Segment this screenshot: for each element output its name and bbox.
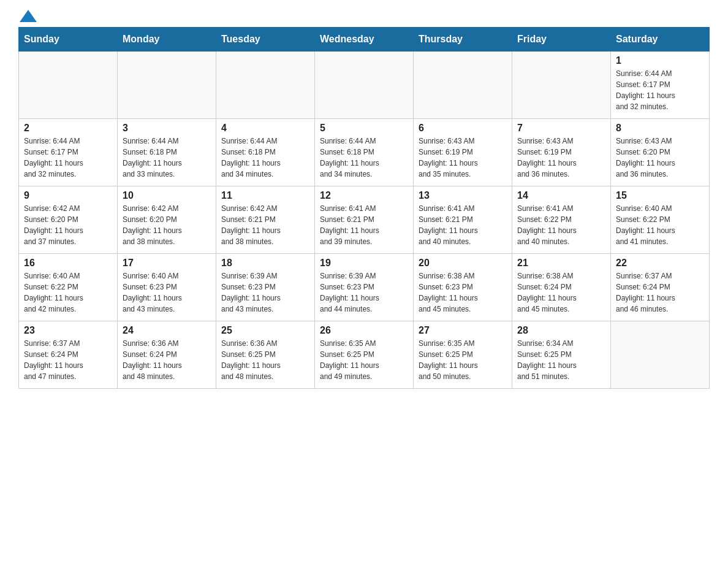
calendar-cell: 7Sunrise: 6:43 AM Sunset: 6:19 PM Daylig… bbox=[512, 119, 611, 186]
calendar-table: SundayMondayTuesdayWednesdayThursdayFrid… bbox=[18, 27, 710, 389]
calendar-cell: 14Sunrise: 6:41 AM Sunset: 6:22 PM Dayli… bbox=[512, 186, 611, 254]
calendar-cell: 2Sunrise: 6:44 AM Sunset: 6:17 PM Daylig… bbox=[19, 119, 118, 186]
calendar-cell: 24Sunrise: 6:36 AM Sunset: 6:24 PM Dayli… bbox=[118, 321, 216, 389]
day-info: Sunrise: 6:37 AM Sunset: 6:24 PM Dayligh… bbox=[24, 338, 112, 382]
day-number: 26 bbox=[320, 325, 408, 336]
calendar-week-row: 16Sunrise: 6:40 AM Sunset: 6:22 PM Dayli… bbox=[19, 254, 710, 321]
day-info: Sunrise: 6:41 AM Sunset: 6:21 PM Dayligh… bbox=[419, 203, 507, 247]
weekday-header-tuesday: Tuesday bbox=[216, 28, 315, 52]
logo bbox=[18, 12, 37, 21]
weekday-header-row: SundayMondayTuesdayWednesdayThursdayFrid… bbox=[19, 28, 710, 52]
day-info: Sunrise: 6:39 AM Sunset: 6:23 PM Dayligh… bbox=[221, 270, 309, 315]
day-number: 9 bbox=[24, 190, 112, 201]
calendar-week-row: 9Sunrise: 6:42 AM Sunset: 6:20 PM Daylig… bbox=[19, 186, 710, 254]
calendar-cell: 10Sunrise: 6:42 AM Sunset: 6:20 PM Dayli… bbox=[118, 186, 216, 254]
day-number: 12 bbox=[320, 190, 408, 201]
calendar-header: SundayMondayTuesdayWednesdayThursdayFrid… bbox=[19, 28, 710, 52]
day-info: Sunrise: 6:43 AM Sunset: 6:20 PM Dayligh… bbox=[616, 136, 704, 180]
day-info: Sunrise: 6:37 AM Sunset: 6:24 PM Dayligh… bbox=[616, 270, 704, 315]
day-number: 27 bbox=[419, 325, 507, 336]
day-number: 3 bbox=[123, 123, 211, 134]
day-info: Sunrise: 6:44 AM Sunset: 6:17 PM Dayligh… bbox=[616, 68, 704, 112]
day-info: Sunrise: 6:44 AM Sunset: 6:17 PM Dayligh… bbox=[24, 136, 112, 180]
day-number: 23 bbox=[24, 325, 112, 336]
calendar-cell: 13Sunrise: 6:41 AM Sunset: 6:21 PM Dayli… bbox=[414, 186, 512, 254]
day-info: Sunrise: 6:42 AM Sunset: 6:20 PM Dayligh… bbox=[123, 203, 211, 247]
day-number: 1 bbox=[616, 55, 704, 66]
day-number: 13 bbox=[419, 190, 507, 201]
calendar-cell: 19Sunrise: 6:39 AM Sunset: 6:23 PM Dayli… bbox=[315, 254, 414, 321]
weekday-header-sunday: Sunday bbox=[19, 28, 118, 52]
day-info: Sunrise: 6:42 AM Sunset: 6:20 PM Dayligh… bbox=[24, 203, 112, 247]
day-number: 14 bbox=[517, 190, 605, 201]
day-info: Sunrise: 6:40 AM Sunset: 6:22 PM Dayligh… bbox=[24, 270, 112, 315]
calendar-cell: 11Sunrise: 6:42 AM Sunset: 6:21 PM Dayli… bbox=[216, 186, 315, 254]
day-info: Sunrise: 6:38 AM Sunset: 6:24 PM Dayligh… bbox=[517, 270, 605, 315]
day-number: 22 bbox=[616, 258, 704, 269]
calendar-cell bbox=[118, 52, 216, 119]
logo-top bbox=[18, 12, 37, 22]
day-info: Sunrise: 6:36 AM Sunset: 6:24 PM Dayligh… bbox=[123, 338, 211, 382]
day-info: Sunrise: 6:36 AM Sunset: 6:25 PM Dayligh… bbox=[221, 338, 309, 382]
day-info: Sunrise: 6:43 AM Sunset: 6:19 PM Dayligh… bbox=[419, 136, 507, 180]
calendar-cell: 21Sunrise: 6:38 AM Sunset: 6:24 PM Dayli… bbox=[512, 254, 611, 321]
calendar-cell: 6Sunrise: 6:43 AM Sunset: 6:19 PM Daylig… bbox=[414, 119, 512, 186]
calendar-cell: 8Sunrise: 6:43 AM Sunset: 6:20 PM Daylig… bbox=[611, 119, 710, 186]
day-info: Sunrise: 6:44 AM Sunset: 6:18 PM Dayligh… bbox=[320, 136, 408, 180]
day-info: Sunrise: 6:41 AM Sunset: 6:21 PM Dayligh… bbox=[320, 203, 408, 247]
day-number: 18 bbox=[221, 258, 309, 269]
day-number: 2 bbox=[24, 123, 112, 134]
calendar-cell bbox=[512, 52, 611, 119]
day-number: 4 bbox=[221, 123, 309, 134]
day-number: 19 bbox=[320, 258, 408, 269]
calendar-cell: 17Sunrise: 6:40 AM Sunset: 6:23 PM Dayli… bbox=[118, 254, 216, 321]
day-info: Sunrise: 6:35 AM Sunset: 6:25 PM Dayligh… bbox=[419, 338, 507, 382]
calendar-week-row: 2Sunrise: 6:44 AM Sunset: 6:17 PM Daylig… bbox=[19, 119, 710, 186]
calendar-cell bbox=[611, 321, 710, 389]
calendar-cell: 23Sunrise: 6:37 AM Sunset: 6:24 PM Dayli… bbox=[19, 321, 118, 389]
day-info: Sunrise: 6:34 AM Sunset: 6:25 PM Dayligh… bbox=[517, 338, 605, 382]
day-number: 10 bbox=[123, 190, 211, 201]
page-header bbox=[18, 12, 710, 21]
day-number: 28 bbox=[517, 325, 605, 336]
calendar-cell: 12Sunrise: 6:41 AM Sunset: 6:21 PM Dayli… bbox=[315, 186, 414, 254]
calendar-cell: 26Sunrise: 6:35 AM Sunset: 6:25 PM Dayli… bbox=[315, 321, 414, 389]
calendar-cell: 5Sunrise: 6:44 AM Sunset: 6:18 PM Daylig… bbox=[315, 119, 414, 186]
weekday-header-friday: Friday bbox=[512, 28, 611, 52]
day-number: 24 bbox=[123, 325, 211, 336]
logo-triangle-icon bbox=[20, 10, 37, 22]
weekday-header-monday: Monday bbox=[118, 28, 216, 52]
calendar-cell: 15Sunrise: 6:40 AM Sunset: 6:22 PM Dayli… bbox=[611, 186, 710, 254]
day-number: 7 bbox=[517, 123, 605, 134]
calendar-cell: 22Sunrise: 6:37 AM Sunset: 6:24 PM Dayli… bbox=[611, 254, 710, 321]
day-number: 20 bbox=[419, 258, 507, 269]
day-number: 11 bbox=[221, 190, 309, 201]
calendar-cell: 20Sunrise: 6:38 AM Sunset: 6:23 PM Dayli… bbox=[414, 254, 512, 321]
day-number: 17 bbox=[123, 258, 211, 269]
day-number: 15 bbox=[616, 190, 704, 201]
weekday-header-wednesday: Wednesday bbox=[315, 28, 414, 52]
day-info: Sunrise: 6:44 AM Sunset: 6:18 PM Dayligh… bbox=[221, 136, 309, 180]
day-info: Sunrise: 6:41 AM Sunset: 6:22 PM Dayligh… bbox=[517, 203, 605, 247]
weekday-header-saturday: Saturday bbox=[611, 28, 710, 52]
calendar-body: 1Sunrise: 6:44 AM Sunset: 6:17 PM Daylig… bbox=[19, 52, 710, 389]
day-info: Sunrise: 6:40 AM Sunset: 6:22 PM Dayligh… bbox=[616, 203, 704, 247]
day-info: Sunrise: 6:39 AM Sunset: 6:23 PM Dayligh… bbox=[320, 270, 408, 315]
calendar-cell: 18Sunrise: 6:39 AM Sunset: 6:23 PM Dayli… bbox=[216, 254, 315, 321]
calendar-cell: 3Sunrise: 6:44 AM Sunset: 6:18 PM Daylig… bbox=[118, 119, 216, 186]
calendar-cell: 16Sunrise: 6:40 AM Sunset: 6:22 PM Dayli… bbox=[19, 254, 118, 321]
calendar-cell bbox=[19, 52, 118, 119]
day-info: Sunrise: 6:40 AM Sunset: 6:23 PM Dayligh… bbox=[123, 270, 211, 315]
weekday-header-thursday: Thursday bbox=[414, 28, 512, 52]
day-number: 8 bbox=[616, 123, 704, 134]
day-number: 5 bbox=[320, 123, 408, 134]
calendar-week-row: 23Sunrise: 6:37 AM Sunset: 6:24 PM Dayli… bbox=[19, 321, 710, 389]
calendar-cell: 1Sunrise: 6:44 AM Sunset: 6:17 PM Daylig… bbox=[611, 52, 710, 119]
day-info: Sunrise: 6:38 AM Sunset: 6:23 PM Dayligh… bbox=[419, 270, 507, 315]
calendar-cell bbox=[216, 52, 315, 119]
calendar-cell: 27Sunrise: 6:35 AM Sunset: 6:25 PM Dayli… bbox=[414, 321, 512, 389]
calendar-cell bbox=[414, 52, 512, 119]
calendar-cell: 9Sunrise: 6:42 AM Sunset: 6:20 PM Daylig… bbox=[19, 186, 118, 254]
day-number: 21 bbox=[517, 258, 605, 269]
day-info: Sunrise: 6:35 AM Sunset: 6:25 PM Dayligh… bbox=[320, 338, 408, 382]
